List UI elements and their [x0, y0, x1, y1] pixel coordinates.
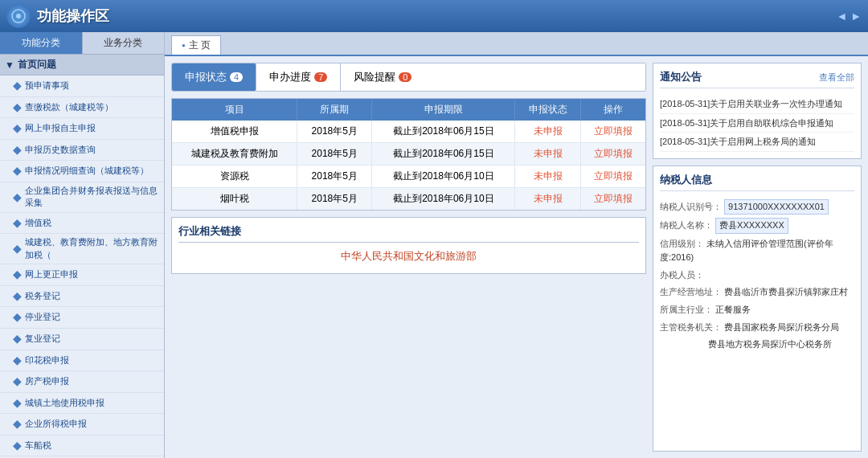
notice-item-0[interactable]: [2018-05-31]关于启用关联业务一次性办理通知 — [660, 95, 854, 114]
sidebar-item-15[interactable]: ◆ 企业所得税申报 — [0, 414, 164, 436]
sidebar-item-10[interactable]: ◆ 停业登记 — [0, 307, 164, 329]
status-card-declaration[interactable]: 申报状态 4 — [172, 63, 256, 91]
notice-panel: 通知公告 查看全部 [2018-05-31]关于启用关联业务一次性办理通知 [2… — [653, 63, 862, 159]
sidebar-item-8[interactable]: ◆ 网上更正申报 — [0, 264, 164, 286]
industry-link-0[interactable]: 中华人民共和国文化和旅游部 — [178, 249, 639, 264]
sidebar-item-14[interactable]: ◆ 城镇土地使用税申报 — [0, 393, 164, 415]
sidebar-item-1[interactable]: ◆ 查缴税款（城建税等） — [0, 97, 164, 119]
taxpayer-officer-label: 办税人员： — [660, 270, 704, 280]
cell-action[interactable]: 立即填报 — [580, 143, 645, 166]
sidebar-item-4[interactable]: ◆ 申报情况明细查询（城建税等） — [0, 161, 164, 182]
sidebar-tab-business[interactable]: 业务分类 — [83, 32, 165, 54]
status-card-risk[interactable]: 风险提醒 0 — [341, 63, 424, 91]
content-area: ● 主 页 申报状态 4 申办进度 7 — [165, 32, 868, 458]
status-badge-0: 4 — [230, 72, 243, 82]
cell-status: 未申报 — [515, 143, 580, 166]
taxpayer-id-value: 91371000XXXXXXXX01 — [724, 199, 829, 215]
bullet-icon: ◆ — [13, 288, 22, 305]
tab-dot: ● — [182, 42, 186, 49]
bullet-icon: ◆ — [13, 331, 22, 347]
bullet-icon: ◆ — [13, 100, 22, 116]
action-link: 立即填报 — [594, 170, 633, 182]
cell-action[interactable]: 立即填报 — [580, 166, 645, 188]
sidebar-item-6[interactable]: ◆ 增值税 — [0, 213, 164, 235]
status-badge-1: 7 — [314, 72, 327, 82]
bullet-icon: ◆ — [13, 142, 22, 158]
sidebar-section-label: 首页问题 — [18, 58, 56, 72]
cell-status: 未申报 — [515, 166, 580, 188]
section-arrow: ▼ — [5, 59, 14, 71]
cell-deadline: 截止到2018年06月15日 — [372, 143, 515, 166]
cell-deadline: 截止到2018年06月15日 — [372, 121, 515, 143]
sidebar-section-home[interactable]: ▼ 首页问题 — [0, 55, 164, 76]
col-header-project: 项目 — [172, 99, 297, 121]
sidebar-item-16[interactable]: ◆ 车船税 — [0, 436, 164, 457]
col-header-period: 所属期 — [297, 99, 372, 121]
taxpayer-industry-label: 所属主行业： — [660, 305, 713, 314]
industry-links: 行业相关链接 中华人民共和国文化和旅游部 — [171, 217, 646, 274]
sidebar-item-13[interactable]: ◆ 房产税申报 — [0, 371, 164, 393]
taxpayer-title: 纳税人信息 — [660, 173, 854, 191]
taxpayer-id-label: 纳税人识别号： — [660, 202, 722, 211]
cell-action[interactable]: 立即填报 — [580, 188, 645, 211]
taxpayer-officer-row: 办税人员： — [660, 267, 854, 284]
taxpayer-bureau-row: 主管税务机关： 费县国家税务局探沂税务分局 — [660, 319, 854, 337]
sidebar-tab-function[interactable]: 功能分类 — [0, 32, 83, 54]
bullet-icon: ◆ — [13, 416, 22, 432]
tab-label: 主 页 — [189, 39, 211, 52]
status-card-label: 风险提醒 — [354, 70, 395, 84]
sidebar-item-9[interactable]: ◆ 税务登记 — [0, 286, 164, 308]
sidebar: 功能分类 业务分类 ▼ 首页问题 ◆ 预申请事项 ◆ 查缴税款（城建税等） ◆ … — [0, 32, 165, 458]
notice-item-1[interactable]: [2018-05-31]关于启用自助联机综合申报通知 — [660, 114, 854, 133]
top-bar: 功能操作区 ◄ ► — [0, 0, 868, 32]
sidebar-item-5[interactable]: ◆ 企业集团合并财务报表报送与信息采集 — [0, 182, 164, 213]
taxpayer-address-row: 生产经营地址： 费县临沂市费县探沂镇郭家庄村 — [660, 284, 854, 301]
sidebar-item-2[interactable]: ◆ 网上申报自主申报 — [0, 118, 164, 140]
bullet-icon: ◆ — [13, 395, 22, 411]
sidebar-item-11[interactable]: ◆ 复业登记 — [0, 329, 164, 350]
bullet-icon: ◆ — [13, 438, 22, 454]
taxpayer-address-label: 生产经营地址： — [660, 287, 722, 296]
table-row: 城建税及教育费附加 2018年5月 截止到2018年06月15日 未申报 立即填… — [172, 143, 645, 166]
sidebar-item-12[interactable]: ◆ 印花税申报 — [0, 350, 164, 372]
cell-action[interactable]: 立即填报 — [580, 121, 645, 143]
action-link: 立即填报 — [594, 125, 633, 137]
bullet-icon: ◆ — [13, 163, 22, 179]
svg-point-1 — [16, 14, 21, 18]
taxpayer-credit-row: 信用级别： 未纳入信用评价管理范围(评价年度:2016) — [660, 235, 854, 267]
status-card-label: 申办进度 — [269, 70, 311, 84]
main-panel: 申报状态 4 申办进度 7 风险提醒 0 — [171, 63, 646, 452]
col-header-status: 申报状态 — [515, 99, 580, 121]
main-layout: 功能分类 业务分类 ▼ 首页问题 ◆ 预申请事项 ◆ 查缴税款（城建税等） ◆ … — [0, 32, 868, 458]
bullet-icon: ◆ — [13, 121, 22, 137]
taxpayer-id-row: 纳税人识别号： 91371000XXXXXXXX01 — [660, 198, 854, 217]
cell-status: 未申报 — [515, 188, 580, 211]
table-row: 资源税 2018年5月 截止到2018年06月10日 未申报 立即填报 — [172, 166, 645, 188]
cell-project: 资源税 — [172, 166, 297, 188]
nav-arrows[interactable]: ◄ ► — [836, 10, 862, 22]
cell-period: 2018年5月 — [297, 166, 372, 188]
bullet-icon: ◆ — [13, 267, 22, 283]
tab-home[interactable]: ● 主 页 — [171, 35, 221, 55]
taxpayer-local-bureau-row: 费县地方税务局探沂中心税务所 — [660, 336, 854, 354]
sidebar-item-3[interactable]: ◆ 申报历史数据查询 — [0, 140, 164, 162]
app-title: 功能操作区 — [37, 6, 109, 26]
status-card-progress[interactable]: 申办进度 7 — [256, 63, 341, 91]
taxpayer-address-value: 费县临沂市费县探沂镇郭家庄村 — [724, 287, 848, 296]
taxpayer-panel: 纳税人信息 纳税人识别号： 91371000XXXXXXXX01 纳税人名称： … — [653, 166, 862, 452]
cell-deadline: 截止到2018年06月10日 — [372, 166, 515, 188]
taxpayer-industry-row: 所属主行业： 正餐服务 — [660, 301, 854, 319]
notice-header: 通知公告 查看全部 — [660, 70, 854, 88]
bullet-icon: ◆ — [13, 353, 22, 369]
notice-item-2[interactable]: [2018-05-31]关于启用网上税务局的通知 — [660, 133, 854, 152]
declaration-table: 项目 所属期 申报期限 申报状态 操作 增值税申报 2018年5月 截止到201… — [171, 98, 646, 211]
sidebar-item-7[interactable]: ◆ 城建税、教育费附加、地方教育附加税（ — [0, 234, 164, 264]
cell-deadline: 截止到2018年06月10日 — [372, 188, 515, 211]
bullet-icon: ◆ — [13, 190, 22, 206]
cell-status: 未申报 — [515, 121, 580, 143]
industry-links-title: 行业相关链接 — [178, 224, 639, 243]
notice-more-link[interactable]: 查看全部 — [819, 72, 854, 84]
bullet-icon: ◆ — [13, 309, 22, 325]
cell-period: 2018年5月 — [297, 143, 372, 166]
sidebar-item-0[interactable]: ◆ 预申请事项 — [0, 76, 164, 97]
